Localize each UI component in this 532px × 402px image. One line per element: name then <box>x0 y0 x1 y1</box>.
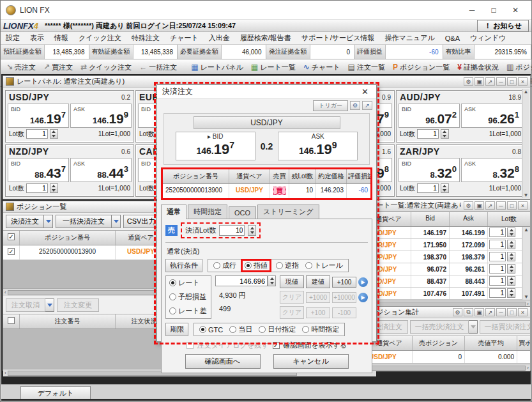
radio-rate[interactable]: レート <box>169 278 208 288</box>
lot-stepper[interactable] <box>50 183 58 193</box>
dialog-bid-box[interactable]: ▸ BID 146.197 <box>176 132 255 160</box>
quick-order-button[interactable]: ⇄クイック注文 <box>77 61 135 73</box>
gear-icon[interactable]: ⚙ <box>464 201 473 210</box>
plus100-button[interactable]: +100 <box>332 277 356 288</box>
csv-export-button[interactable]: CSV出力 <box>123 215 159 228</box>
menu-window[interactable]: ウィンドウ <box>465 32 511 44</box>
lot-input[interactable] <box>26 129 48 139</box>
plus10000-button[interactable]: +10000 <box>332 292 356 303</box>
ask-quote-button[interactable]: ASK96.261 <box>461 104 522 128</box>
buy-order-button[interactable]: ↗買注文 <box>40 61 76 73</box>
lot-input[interactable] <box>26 183 48 193</box>
pin-icon[interactable]: ↗ <box>362 101 372 110</box>
bid-quote-button[interactable]: BID146.197 <box>8 104 69 128</box>
summary-hscrollbar[interactable]: › <box>367 364 530 371</box>
bid-header[interactable]: Bid <box>411 212 450 226</box>
radio-rate-diff[interactable]: レート差 <box>169 306 208 316</box>
rate-row-cadjpy[interactable]: CAD/JPY 107.476 107.491 <box>367 288 530 300</box>
menu-view[interactable]: 表示 <box>25 32 49 44</box>
lot-input[interactable] <box>489 288 506 298</box>
bulk-sell-dropdown[interactable] <box>469 320 478 334</box>
cancel-button[interactable]: キャンセル <box>273 354 349 369</box>
lot-stepper[interactable] <box>50 129 58 139</box>
menu-special-order[interactable]: 特殊注文 <box>126 32 165 44</box>
ask-quote-button[interactable]: ASK146.199 <box>70 104 132 128</box>
lot-input[interactable] <box>489 228 506 237</box>
ask-quote-button[interactable]: ASK8.328 <box>461 158 522 182</box>
rate-panel-vscrollbar[interactable]: ▲▼ <box>522 89 529 198</box>
sell-order-button[interactable]: ↘売注文 <box>3 61 39 73</box>
gear-icon[interactable]: ⚙ <box>350 101 360 110</box>
ask-cell[interactable]: 88.443 <box>450 275 488 287</box>
settle-lot-stepper[interactable] <box>248 225 256 236</box>
design-icon[interactable]: ▣ <box>475 201 484 210</box>
scroll-left-icon[interactable]: ‹ <box>4 370 6 376</box>
bulk-close-dropdown[interactable] <box>112 215 121 228</box>
close-icon[interactable]: ✕ <box>359 87 371 97</box>
minimize-icon[interactable]: ─ <box>496 201 506 210</box>
lot-input[interactable] <box>417 183 439 193</box>
bid-cell[interactable]: 96.072 <box>411 263 450 275</box>
margin-status-button[interactable]: ¥証拠金状況 <box>454 61 502 73</box>
scroll-up-icon[interactable]: ▲ <box>524 89 529 95</box>
bid-cell[interactable]: 146.197 <box>411 227 450 238</box>
radio-market[interactable]: 成行 <box>213 261 236 270</box>
menu-deposit[interactable]: 入出金 <box>204 32 235 44</box>
lot-stepper[interactable] <box>507 288 515 298</box>
keep-dialog-checkbox[interactable] <box>186 342 194 349</box>
scroll-up-icon[interactable]: ▲ <box>524 227 529 233</box>
bid-cell[interactable]: 107.476 <box>411 288 450 299</box>
ask-cell[interactable]: 198.379 <box>450 251 488 263</box>
clear-button-2[interactable]: クリア <box>280 306 304 319</box>
dialog-position-row[interactable]: 2520500000013900 USD/JPY 買 10 146.203 -6… <box>163 184 370 198</box>
lot-input[interactable] <box>489 240 506 249</box>
trigger-button[interactable]: トリガー <box>313 100 348 111</box>
tab-streaming[interactable]: ストリーミング <box>257 205 319 219</box>
ask-cell[interactable]: 172.099 <box>450 239 488 251</box>
rate-row-nzdjpy[interactable]: NZD/JPY 88.437 88.443 <box>367 275 530 288</box>
maximize-icon[interactable]: □ <box>507 308 517 316</box>
position-list-button[interactable]: Pポジション一覧 <box>390 61 453 73</box>
lot-stepper[interactable] <box>507 264 515 274</box>
rate-row-usdjpy[interactable]: USD/JPY 146.197 146.199 <box>367 227 530 239</box>
menu-settings[interactable]: 設定 <box>1 32 25 44</box>
design-icon[interactable]: ▣ <box>475 308 484 316</box>
modify-order-button[interactable]: 注文変更 <box>57 298 99 312</box>
lot-header[interactable]: Lot数 <box>488 212 530 226</box>
radio-time-specified[interactable]: 時間指定 <box>302 325 339 334</box>
close-icon[interactable]: × <box>518 308 528 316</box>
menu-quick-order[interactable]: クイック注文 <box>73 32 126 44</box>
minimize-icon[interactable]: ─ <box>461 3 483 18</box>
position-summary-button[interactable]: ▥ポジション集計 <box>503 61 532 73</box>
ask-quote-button[interactable]: ASK88.443 <box>70 158 132 182</box>
bid-quote-button[interactable]: BID8.320 <box>399 158 460 182</box>
popout-icon[interactable]: ↗ <box>485 308 495 316</box>
lot-stepper[interactable] <box>507 276 515 286</box>
ask-cell[interactable]: 96.261 <box>450 263 488 275</box>
menu-support[interactable]: サポート/サービス情報 <box>296 32 380 44</box>
radio-stop[interactable]: 逆指 <box>276 261 299 270</box>
scroll-left-icon[interactable]: ‹ <box>4 290 6 295</box>
design-icon[interactable]: ▣ <box>475 77 484 86</box>
stack-icon[interactable]: ⧉ <box>464 308 473 316</box>
menu-qa[interactable]: Q&A <box>440 33 465 43</box>
position-number-header[interactable]: ポジション番号 <box>20 231 116 245</box>
more-buttons-icon[interactable]: ▶ <box>358 293 368 302</box>
bulk-sell-close-button[interactable]: 一括売決済注文 <box>410 320 469 334</box>
radio-today[interactable]: 当日 <box>229 325 252 334</box>
popout-icon[interactable]: ↗ <box>485 201 495 210</box>
settle-lot-input[interactable] <box>219 225 245 236</box>
ask-header[interactable]: Ask <box>450 212 488 226</box>
bid-quote-button[interactable]: BID88.437 <box>8 158 69 182</box>
close-icon[interactable]: × <box>518 77 528 86</box>
gear-icon[interactable]: ⚙ <box>464 77 473 86</box>
rate-list-vscrollbar[interactable]: ▲▼ <box>522 227 530 300</box>
lot-stepper[interactable] <box>507 252 515 261</box>
minus100-button[interactable]: -100 <box>332 307 356 318</box>
batch-order-button[interactable]: ←一括注文 <box>136 61 180 73</box>
notice-button[interactable]: ！ お知らせ <box>477 20 529 32</box>
close-icon[interactable]: × <box>518 201 528 210</box>
gear-icon[interactable]: ⚙ <box>453 308 462 316</box>
lot-input[interactable] <box>489 264 506 274</box>
close-order-button[interactable]: 決済注文 <box>6 215 44 228</box>
